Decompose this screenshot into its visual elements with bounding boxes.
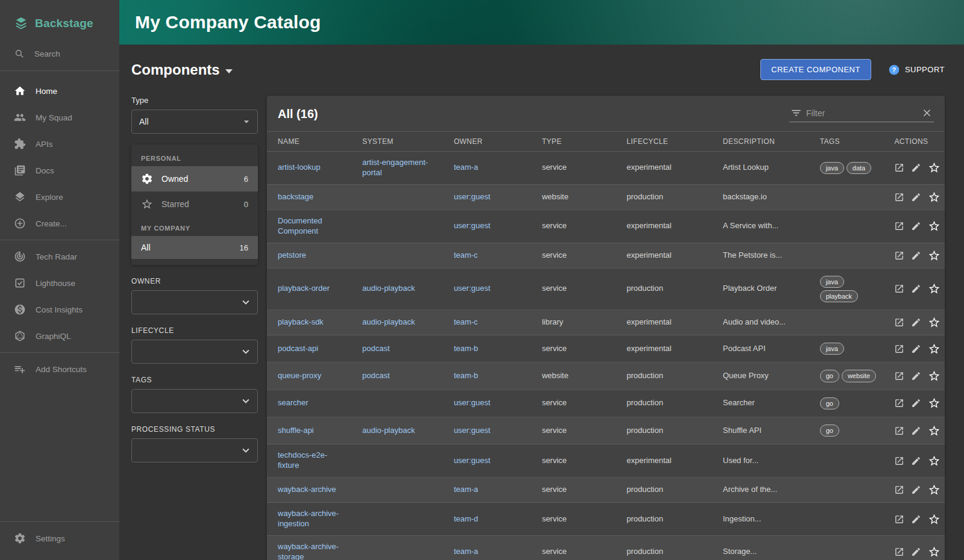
column-header-system[interactable]: SYSTEM [355, 132, 446, 152]
component-name-link[interactable]: Documented Component [278, 216, 322, 235]
column-header-owner[interactable]: OWNER [446, 132, 534, 152]
edit-icon[interactable] [911, 514, 921, 524]
component-name-link[interactable]: playback-order [278, 284, 330, 293]
open-in-new-icon[interactable] [894, 371, 904, 381]
owner-link[interactable]: team-a [454, 163, 478, 172]
star-icon[interactable] [928, 191, 941, 204]
sidebar-item-tech-radar[interactable]: Tech Radar [0, 243, 119, 270]
open-in-new-icon[interactable] [894, 426, 904, 436]
edit-icon[interactable] [911, 426, 921, 436]
star-icon[interactable] [928, 546, 941, 558]
filter-select-lifecycle[interactable] [131, 340, 258, 364]
open-in-new-icon[interactable] [894, 250, 904, 261]
sidebar-item-add-shortcuts[interactable]: Add Shortcuts [0, 356, 119, 382]
sidebar-item-create[interactable]: Create... [0, 210, 119, 237]
open-in-new-icon[interactable] [894, 456, 904, 466]
filter-select-tags[interactable] [131, 389, 258, 413]
open-in-new-icon[interactable] [894, 221, 904, 231]
system-link[interactable]: podcast [362, 344, 390, 353]
component-name-link[interactable]: searcher [278, 398, 308, 407]
star-icon[interactable] [928, 484, 941, 496]
open-in-new-icon[interactable] [894, 514, 904, 524]
sidebar-item-lighthouse[interactable]: Lighthouse [0, 270, 119, 296]
component-name-link[interactable]: playback-sdk [278, 317, 324, 326]
owner-link[interactable]: user:guest [454, 192, 490, 201]
system-link[interactable]: artist-engagement-portal [362, 158, 428, 177]
owner-link[interactable]: user:guest [454, 221, 490, 230]
open-in-new-icon[interactable] [894, 163, 904, 173]
kind-selector[interactable]: Components [131, 61, 233, 78]
owner-link[interactable]: user:guest [454, 456, 490, 465]
sidebar-item-graphiql[interactable]: GraphiQL [0, 323, 119, 349]
owner-link[interactable]: team-d [454, 514, 478, 523]
owner-link[interactable]: team-a [454, 547, 478, 556]
system-link[interactable]: audio-playback [362, 284, 415, 293]
edit-icon[interactable] [911, 317, 921, 328]
star-icon[interactable] [928, 220, 941, 232]
open-in-new-icon[interactable] [894, 344, 904, 354]
close-icon[interactable] [921, 107, 933, 119]
open-in-new-icon[interactable] [894, 284, 904, 294]
sidebar-item-docs[interactable]: Docs [0, 157, 119, 184]
table-filter-input[interactable] [806, 108, 917, 118]
filter-item-starred[interactable]: Starred0 [131, 191, 258, 217]
open-in-new-icon[interactable] [894, 547, 904, 557]
star-icon[interactable] [928, 513, 941, 526]
star-icon[interactable] [928, 455, 941, 467]
filter-item-all[interactable]: All16 [131, 236, 258, 259]
component-name-link[interactable]: wayback-archive-storage [278, 542, 339, 560]
edit-icon[interactable] [911, 163, 921, 173]
sidebar-item-my-squad[interactable]: My Squad [0, 104, 119, 131]
support-button[interactable]: ? SUPPORT [888, 64, 945, 76]
column-header-actions[interactable]: ACTIONS [887, 132, 945, 152]
component-name-link[interactable]: backstage [278, 192, 313, 201]
owner-link[interactable]: user:guest [454, 284, 490, 293]
sidebar-item-home[interactable]: Home [0, 78, 119, 104]
component-name-link[interactable]: wayback-archive-ingestion [278, 509, 339, 528]
edit-icon[interactable] [911, 485, 921, 495]
sidebar-item-cost-insights[interactable]: Cost Insights [0, 296, 119, 323]
type-filter-select[interactable]: All [131, 110, 258, 134]
open-in-new-icon[interactable] [894, 192, 904, 202]
sidebar-item-explore[interactable]: Explore [0, 184, 119, 210]
component-name-link[interactable]: podcast-api [278, 344, 318, 353]
open-in-new-icon[interactable] [894, 317, 904, 328]
edit-icon[interactable] [911, 221, 921, 231]
column-header-description[interactable]: DESCRIPTION [716, 132, 813, 152]
owner-link[interactable]: user:guest [454, 398, 490, 407]
system-link[interactable]: audio-playback [362, 317, 415, 326]
sidebar-item-search[interactable]: Search [0, 43, 119, 67]
owner-link[interactable]: team-b [454, 371, 478, 380]
component-name-link[interactable]: wayback-archive [278, 485, 336, 494]
star-icon[interactable] [928, 282, 941, 295]
column-header-name[interactable]: NAME [267, 132, 355, 152]
open-in-new-icon[interactable] [894, 485, 904, 495]
component-name-link[interactable]: queue-proxy [278, 371, 321, 380]
column-header-type[interactable]: TYPE [534, 132, 619, 152]
component-name-link[interactable]: shuffle-api [278, 426, 314, 435]
sidebar-item-apis[interactable]: APIs [0, 131, 119, 157]
owner-link[interactable]: team-b [454, 344, 478, 353]
star-icon[interactable] [928, 425, 941, 437]
component-name-link[interactable]: techdocs-e2e-fixture [278, 450, 327, 470]
edit-icon[interactable] [911, 284, 921, 294]
component-name-link[interactable]: artist-lookup [278, 163, 321, 172]
column-header-tags[interactable]: TAGS [813, 132, 887, 152]
star-icon[interactable] [928, 397, 941, 409]
system-link[interactable]: podcast [362, 371, 390, 380]
owner-link[interactable]: team-a [454, 485, 478, 494]
edit-icon[interactable] [911, 398, 921, 408]
filter-select-processing-status[interactable] [131, 438, 258, 462]
create-component-button[interactable]: CREATE COMPONENT [760, 59, 871, 80]
star-icon[interactable] [928, 316, 941, 329]
star-icon[interactable] [928, 370, 941, 382]
sidebar-item-settings[interactable]: Settings [0, 525, 119, 552]
component-name-link[interactable]: petstore [278, 250, 306, 260]
owner-link[interactable]: team-c [454, 317, 478, 326]
star-icon[interactable] [928, 161, 941, 174]
star-icon[interactable] [928, 343, 941, 355]
column-header-lifecycle[interactable]: LIFECYCLE [619, 132, 716, 152]
edit-icon[interactable] [911, 192, 921, 202]
edit-icon[interactable] [911, 344, 921, 354]
edit-icon[interactable] [911, 371, 921, 381]
